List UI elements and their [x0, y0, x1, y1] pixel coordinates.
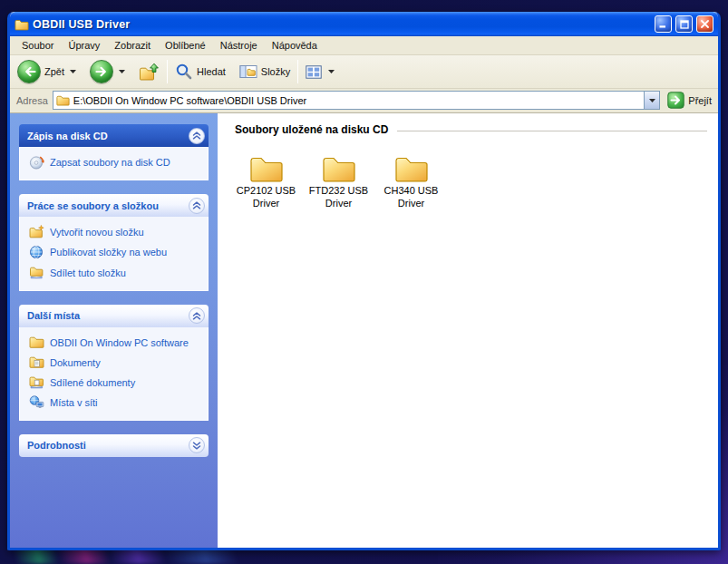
address-bar: Adresa E:\OBDII On Window PC software\OB…: [10, 89, 718, 113]
task-burn-cd[interactable]: Zapsat soubory na disk CD: [28, 155, 202, 170]
up-button[interactable]: [136, 61, 162, 83]
menu-napoveda[interactable]: Nápověda: [265, 38, 325, 53]
titlebar[interactable]: OBDII USB Driver: [10, 12, 718, 36]
place-label: Sdílené dokumenty: [50, 375, 135, 389]
folder-icon: [28, 335, 44, 348]
up-folder-icon: [139, 63, 160, 81]
task-new-folder[interactable]: Vytvořit novou složku: [28, 225, 202, 238]
menu-zobrazit[interactable]: Zobrazit: [107, 38, 158, 53]
section-file-tasks: Práce se soubory a složkou Vytvoři: [19, 194, 209, 291]
forward-dropdown-icon[interactable]: [116, 68, 128, 75]
main-area: Zápis na disk CD: [10, 113, 718, 548]
new-folder-icon: [28, 225, 44, 238]
my-documents-icon: [28, 355, 44, 368]
maximize-button[interactable]: [675, 15, 693, 33]
share-folder-icon: [28, 266, 44, 279]
go-label: Přejít: [688, 95, 712, 106]
section-header-other-places[interactable]: Další místa: [19, 305, 209, 327]
task-label: Sdílet tuto složku: [50, 266, 126, 279]
folder-list: CP2102 USB Driver FTD232 USB Driver: [235, 136, 707, 210]
back-dropdown-icon[interactable]: [67, 68, 79, 75]
file-pane[interactable]: Soubory uložené na disku CD CP2102 USB D…: [218, 113, 718, 548]
toolbar-separator: [297, 60, 298, 83]
task-publish-web[interactable]: Publikovat složky na webu: [28, 245, 202, 259]
back-arrow-icon: [17, 60, 41, 83]
publish-web-icon: [28, 245, 44, 259]
cd-burn-icon: [28, 155, 44, 170]
task-label: Vytvořit novou složku: [50, 225, 144, 238]
network-places-icon: [28, 395, 44, 409]
menu-soubor[interactable]: Soubor: [15, 38, 61, 53]
window-icon: [15, 18, 29, 31]
folder-ch340-usb-driver[interactable]: CH340 USB Driver: [381, 154, 442, 210]
address-folder-icon: [56, 94, 70, 106]
folder-name: CP2102 USB Driver: [236, 185, 296, 210]
window-title: OBDII USB Driver: [33, 18, 651, 31]
group-divider: [397, 131, 707, 131]
section-body-other-places: OBDII On Window PC software Dokumenty: [19, 327, 209, 421]
collapse-chevron-icon[interactable]: [189, 307, 205, 324]
search-label: Hledat: [197, 66, 226, 77]
section-title: Práce se soubory a složkou: [27, 200, 159, 211]
folder-name: FTD232 USB Driver: [308, 185, 369, 210]
search-icon: [175, 63, 193, 81]
collapse-chevron-icon[interactable]: [189, 198, 205, 214]
menu-oblibene[interactable]: Oblíbené: [158, 38, 213, 53]
place-network[interactable]: Místa v síti: [28, 395, 202, 409]
section-title: Další místa: [27, 310, 80, 321]
menu-nastroje[interactable]: Nástroje: [213, 38, 265, 53]
task-label: Zapsat soubory na disk CD: [50, 155, 170, 169]
toolbar-separator: [167, 60, 168, 83]
explorer-window: OBDII USB Driver Soubor Úpravy Zobrazit …: [7, 12, 721, 550]
folder-ftd232-usb-driver[interactable]: FTD232 USB Driver: [308, 154, 369, 210]
file-group-title: Soubory uložené na disku CD: [235, 123, 388, 136]
folders-button[interactable]: Složky: [237, 63, 293, 81]
back-button[interactable]: Zpět: [15, 58, 67, 85]
section-header-details[interactable]: Podrobnosti: [19, 434, 209, 457]
section-details: Podrobnosti: [19, 434, 209, 457]
section-header-file-tasks[interactable]: Práce se soubory a složkou: [19, 194, 209, 217]
section-header-cd-writing[interactable]: Zápis na disk CD: [19, 124, 209, 147]
navigation-toolbar: Zpět Hledat: [10, 55, 718, 89]
section-title: Podrobnosti: [27, 440, 86, 451]
address-dropdown-icon[interactable]: [644, 92, 659, 109]
folder-name: CH340 USB Driver: [381, 185, 442, 210]
forward-button[interactable]: [87, 58, 116, 85]
folder-cp2102-usb-driver[interactable]: CP2102 USB Driver: [236, 154, 296, 210]
views-button[interactable]: [303, 63, 340, 81]
expand-chevron-icon[interactable]: [189, 437, 205, 453]
place-label: OBDII On Window PC software: [50, 335, 189, 349]
folder-icon: [249, 154, 284, 182]
folders-icon: [239, 64, 257, 79]
address-path-text: E:\OBDII On Window PC software\OBDII USB…: [73, 95, 640, 106]
menu-bar: Soubor Úpravy Zobrazit Oblíbené Nástroje…: [10, 36, 718, 55]
go-arrow-icon: [667, 92, 684, 109]
section-cd-writing: Zápis na disk CD: [19, 124, 209, 180]
place-documents[interactable]: Dokumenty: [28, 355, 202, 369]
go-button[interactable]: Přejít: [665, 92, 714, 109]
place-parent-folder[interactable]: OBDII On Window PC software: [28, 335, 202, 349]
folders-label: Složky: [261, 66, 290, 77]
section-other-places: Další místa OBDII On Window PC software: [19, 305, 209, 421]
task-label: Publikovat složky na webu: [50, 245, 167, 258]
section-title: Zápis na disk CD: [27, 131, 108, 141]
file-group-header: Soubory uložené na disku CD: [235, 123, 707, 136]
views-icon: [306, 65, 322, 79]
search-button[interactable]: Hledat: [172, 61, 228, 83]
section-body-cd-writing: Zapsat soubory na disk CD: [19, 147, 209, 180]
shared-documents-icon: [28, 375, 44, 389]
menu-upravy[interactable]: Úpravy: [61, 38, 107, 53]
folder-icon: [322, 154, 356, 182]
collapse-chevron-icon[interactable]: [189, 128, 205, 144]
close-button[interactable]: [696, 15, 713, 33]
task-share-folder[interactable]: Sdílet tuto složku: [28, 266, 202, 279]
views-dropdown-icon[interactable]: [325, 68, 337, 75]
address-label: Adresa: [16, 95, 48, 106]
forward-arrow-icon: [90, 60, 113, 83]
minimize-button[interactable]: [655, 15, 672, 33]
folder-icon: [394, 154, 429, 182]
place-label: Místa v síti: [50, 395, 98, 409]
place-shared-documents[interactable]: Sdílené dokumenty: [28, 375, 202, 389]
address-input[interactable]: E:\OBDII On Window PC software\OBDII USB…: [53, 91, 660, 110]
section-body-file-tasks: Vytvořit novou složku Publikovat složky …: [19, 217, 209, 291]
